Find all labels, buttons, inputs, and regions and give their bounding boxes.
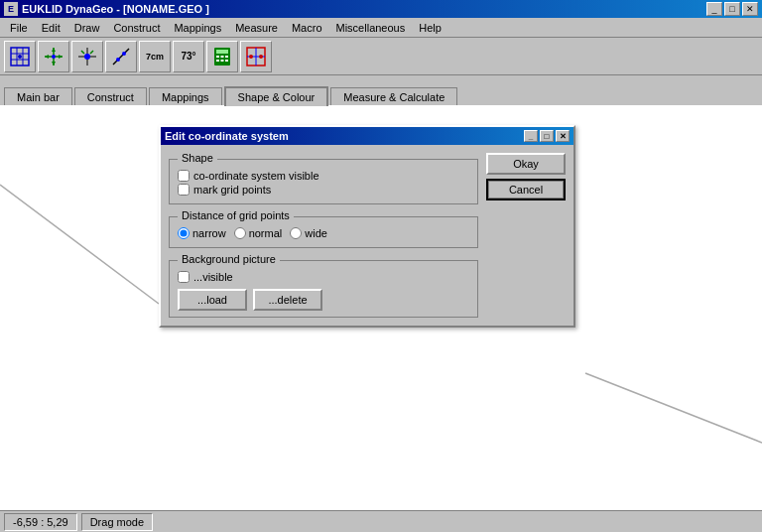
svg-point-33 (259, 55, 263, 59)
title-bar-buttons: _ □ ✕ (706, 2, 758, 16)
svg-marker-11 (59, 55, 63, 59)
menu-mappings[interactable]: Mappings (168, 21, 227, 35)
svg-rect-24 (221, 56, 224, 58)
tab-construct[interactable]: Construct (74, 87, 147, 106)
cancel-button[interactable]: Cancel (486, 179, 566, 200)
menu-construct[interactable]: Construct (107, 21, 166, 35)
narrow-radio-item: narrow (178, 227, 226, 239)
wide-radio-item: wide (290, 227, 327, 239)
mark-grid-label: mark grid points (193, 184, 271, 196)
point-button[interactable] (71, 41, 103, 72)
svg-point-12 (52, 55, 56, 59)
tab-shape-colour[interactable]: Shape & Colour (224, 86, 329, 106)
normal-label: normal (249, 227, 283, 239)
wide-label: wide (305, 227, 327, 239)
wide-radio[interactable] (290, 227, 302, 239)
svg-marker-8 (52, 48, 56, 52)
coordinates-panel: -6,59 : 5,29 (4, 513, 77, 531)
dialog-title-text: Edit co-ordinate system (165, 130, 289, 142)
svg-line-18 (113, 49, 129, 65)
title-bar: E EUKLID DynaGeo - [NONAME.GEO ] _ □ ✕ (0, 0, 762, 18)
shape-group-label: Shape (178, 152, 217, 164)
svg-rect-25 (225, 56, 228, 58)
svg-rect-22 (216, 50, 228, 54)
normal-radio[interactable] (234, 227, 246, 239)
toolbar: 7cm 73° (0, 38, 762, 75)
grid-button[interactable] (4, 41, 36, 72)
svg-point-20 (122, 52, 126, 56)
title-bar-left: E EUKLID DynaGeo - [NONAME.GEO ] (4, 2, 209, 16)
measure-btn[interactable]: 7cm (139, 41, 171, 72)
dialog-maximize-button[interactable]: □ (540, 130, 554, 142)
coordinate-visible-row: co-ordinate system visible (178, 170, 469, 182)
status-bar: -6,59 : 5,29 Drag mode (0, 510, 762, 532)
coordinate-visible-label: co-ordinate system visible (193, 170, 319, 182)
coordinate-visible-checkbox[interactable] (178, 170, 190, 182)
svg-point-5 (18, 55, 22, 59)
dialog-right-panel: Okay Cancel (486, 153, 566, 318)
svg-line-16 (81, 51, 84, 54)
menu-macro[interactable]: Macro (286, 21, 328, 35)
calculator-button[interactable] (206, 41, 238, 72)
narrow-label: narrow (192, 227, 226, 239)
distance-radio-row: narrow normal wide (178, 227, 469, 239)
visible-label: ...visible (193, 271, 233, 283)
svg-line-35 (585, 373, 762, 443)
mark-grid-checkbox[interactable] (178, 184, 190, 196)
svg-line-17 (90, 51, 93, 54)
dialog-minimize-button[interactable]: _ (524, 130, 538, 142)
tab-mappings[interactable]: Mappings (149, 87, 222, 106)
distance-group-label: Distance of grid points (178, 209, 294, 221)
menu-bar: File Edit Draw Construct Mappings Measur… (0, 18, 762, 38)
dialog-title-bar: Edit co-ordinate system _ □ ✕ (161, 127, 573, 145)
shape-group: Shape co-ordinate system visible mark gr… (169, 159, 478, 204)
maximize-button[interactable]: □ (724, 2, 740, 16)
coord-system-button[interactable] (240, 41, 272, 72)
visible-row: ...visible (178, 271, 469, 283)
normal-radio-item: normal (234, 227, 283, 239)
close-button[interactable]: ✕ (742, 2, 758, 16)
svg-rect-26 (216, 60, 219, 62)
menu-measure[interactable]: Measure (229, 21, 284, 35)
main-canvas-area: Edit co-ordinate system _ □ ✕ Shape co-o… (0, 105, 762, 510)
tab-main-bar[interactable]: Main bar (4, 87, 72, 106)
menu-draw[interactable]: Draw (68, 21, 106, 35)
okay-button[interactable]: Okay (486, 153, 566, 175)
tab-bar: Main bar Construct Mappings Shape & Colo… (0, 75, 762, 105)
menu-miscellaneous[interactable]: Miscellaneous (330, 21, 412, 35)
menu-file[interactable]: File (4, 21, 34, 35)
svg-rect-28 (225, 60, 228, 62)
dialog-edit-coordinate-system: Edit co-ordinate system _ □ ✕ Shape co-o… (159, 125, 575, 328)
svg-line-34 (0, 185, 159, 304)
svg-rect-27 (221, 60, 224, 62)
mode-panel: Drag mode (81, 513, 153, 531)
dialog-title-buttons: _ □ ✕ (524, 130, 570, 142)
minimize-button[interactable]: _ (706, 2, 722, 16)
app-icon: E (4, 2, 18, 16)
line-button[interactable] (105, 41, 137, 72)
delete-button[interactable]: ...delete (253, 289, 322, 311)
angle-button[interactable]: 73° (173, 41, 204, 72)
load-button[interactable]: ...load (178, 289, 247, 311)
menu-edit[interactable]: Edit (36, 21, 66, 35)
dialog-close-button[interactable]: ✕ (556, 130, 570, 142)
svg-point-19 (116, 58, 120, 62)
svg-marker-9 (52, 62, 56, 66)
background-group-label: Background picture (178, 253, 280, 265)
mark-grid-row: mark grid points (178, 184, 469, 196)
narrow-radio[interactable] (178, 227, 190, 239)
distance-group: Distance of grid points narrow normal (169, 216, 478, 248)
window-title: EUKLID DynaGeo - [NONAME.GEO ] (22, 3, 209, 15)
dialog-left-panel: Shape co-ordinate system visible mark gr… (169, 153, 478, 318)
background-group: Background picture ...visible ...load ..… (169, 260, 478, 318)
svg-rect-23 (216, 56, 219, 58)
dialog-body: Shape co-ordinate system visible mark gr… (161, 145, 573, 326)
svg-marker-10 (45, 55, 49, 59)
move-button[interactable] (38, 41, 69, 72)
visible-checkbox[interactable] (178, 271, 190, 283)
svg-point-15 (84, 54, 90, 60)
menu-help[interactable]: Help (413, 21, 447, 35)
tab-measure-calculate[interactable]: Measure & Calculate (330, 87, 457, 106)
svg-point-32 (249, 55, 253, 59)
background-buttons: ...load ...delete (178, 289, 469, 311)
